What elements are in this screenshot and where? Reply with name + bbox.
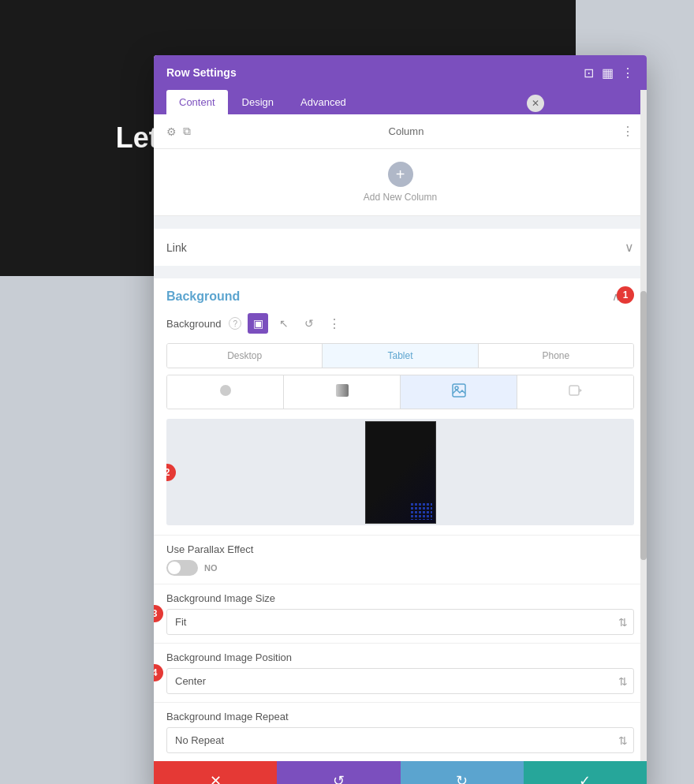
device-tab-desktop[interactable]: Desktop [167,344,323,368]
column-label: Column [389,125,424,137]
svg-rect-4 [569,386,579,395]
bg-type-color[interactable] [167,375,284,409]
scrollbar-track[interactable] [640,90,647,761]
column-duplicate-icon[interactable]: ⧉ [183,125,191,138]
background-section-header: Background ∧ ⋮ [154,278,647,310]
device-tab-tablet[interactable]: Tablet [323,344,478,368]
scrollbar-thumb[interactable] [640,291,647,559]
modal-close-button[interactable]: ✕ [527,95,544,112]
background-section-title: Background [166,289,240,304]
section-divider-1 [154,216,647,222]
badge-2: 2 [166,464,176,481]
section-divider-2 [154,266,647,272]
modal-body: ⚙ ⧉ Column ⋮ + Add New Column Link ∨ Bac… [154,114,647,761]
undo-button[interactable]: ↺ [277,761,400,784]
background-row: 1 Background ? ▣ ↖ ↺ ⋮ [154,310,647,340]
badge-1: 1 [617,286,634,304]
bg-type-video[interactable] [517,375,633,409]
toggle-row: NO [166,560,634,576]
svg-marker-5 [579,388,582,393]
image-repeat-field: Background Image Repeat No Repeat Repeat… [154,702,647,761]
background-section: Background ∧ ⋮ 1 Background ? ▣ ↖ ↺ ⋮ [154,278,647,761]
parallax-toggle[interactable] [166,560,198,576]
image-position-select[interactable]: Center Top Left Top Center Top Right Cen… [166,668,634,694]
image-repeat-select-wrapper: No Repeat Repeat Repeat X Repeat Y ⇅ [166,727,634,753]
background-arrow-btn[interactable]: ↖ [274,314,293,333]
modal-tabs: Content Design Advanced [154,90,647,114]
parallax-field: Use Parallax Effect NO [154,535,647,584]
link-section[interactable]: Link ∨ [154,229,647,266]
image-size-select[interactable]: Fit Cover Stretch Actual Size [166,609,634,635]
parallax-label: Use Parallax Effect [166,543,634,555]
background-options-btn[interactable]: ⋮ [325,314,344,333]
image-preview-container[interactable]: 2 [166,419,634,525]
image-position-select-wrapper: Center Top Left Top Center Top Right Cen… [166,668,634,694]
modal-header-icons: ⊡ ▦ ⋮ [584,65,634,80]
background-color-active-btn[interactable]: ▣ [248,313,268,334]
tab-advanced[interactable]: Advanced [288,90,359,114]
image-repeat-select[interactable]: No Repeat Repeat Repeat X Repeat Y [166,727,634,753]
modal-title: Row Settings [166,66,237,79]
svg-rect-1 [336,384,349,397]
add-new-column-button[interactable]: + [388,162,413,187]
add-column-text: Add New Column [364,192,437,203]
column-settings-icon[interactable]: ⚙ [166,125,177,138]
background-help-icon[interactable]: ? [229,317,241,330]
redo-button[interactable]: ↻ [401,761,524,784]
image-size-select-wrapper: Fit Cover Stretch Actual Size ⇅ [166,609,634,635]
action-bar: ✕ ↺ ↻ ✓ [154,761,647,784]
bg-type-row [166,375,634,409]
more-options-icon[interactable]: ⋮ [621,65,634,80]
columns-icon[interactable]: ▦ [602,65,614,80]
svg-point-0 [220,385,231,396]
fullscreen-icon[interactable]: ⊡ [584,65,594,80]
image-position-field: 4 Background Image Position Center Top L… [154,643,647,702]
device-tab-phone[interactable]: Phone [479,344,633,368]
toggle-no-label: NO [204,563,218,573]
svg-rect-2 [453,384,465,397]
image-size-field: 3 Background Image Size Fit Cover Stretc… [154,584,647,643]
badge-3: 3 [154,605,163,622]
image-preview-thumb [365,421,436,524]
background-row-label: Background [166,318,221,330]
image-position-label: Background Image Position [166,651,634,663]
tab-content[interactable]: Content [166,90,228,114]
background-reset-btn[interactable]: ↺ [300,314,319,333]
device-tabs: Desktop Tablet Phone [166,343,634,368]
bg-type-gradient[interactable] [284,375,401,409]
column-more-icon[interactable]: ⋮ [621,124,634,139]
image-repeat-label: Background Image Repeat [166,711,634,722]
link-collapse-icon: ∨ [625,240,634,255]
column-section: ⚙ ⧉ Column ⋮ [154,114,647,149]
cancel-button[interactable]: ✕ [154,761,277,784]
column-icons: ⚙ ⧉ [166,125,191,138]
badge-4: 4 [154,664,163,681]
bg-type-image[interactable] [401,375,517,409]
add-column-section: + Add New Column [154,149,647,216]
row-settings-modal: Row Settings ⊡ ▦ ⋮ Content Design Advanc… [154,55,647,784]
tab-design[interactable]: Design [229,90,286,114]
link-label: Link [166,241,187,254]
modal-header: Row Settings ⊡ ▦ ⋮ [154,55,647,90]
image-size-label: Background Image Size [166,592,634,604]
save-button[interactable]: ✓ [524,761,647,784]
